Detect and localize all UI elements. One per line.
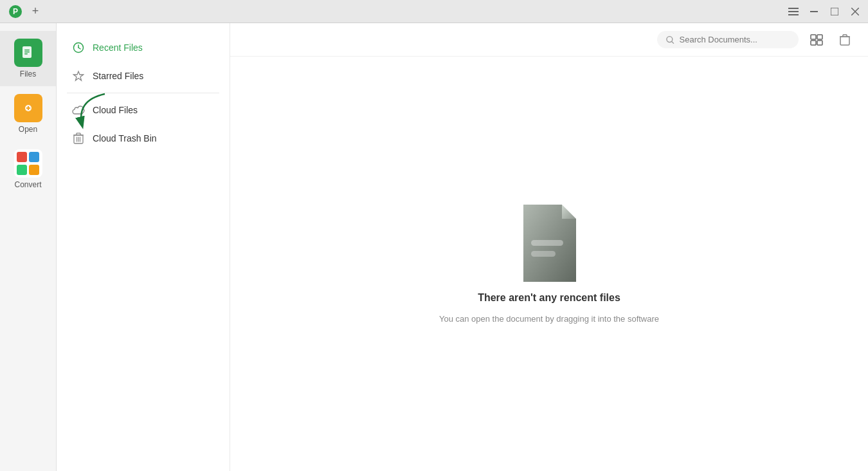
nav-item-starred[interactable]: Starred Files: [57, 62, 230, 90]
cloud-icon: [72, 104, 85, 116]
svg-rect-34: [811, 41, 816, 45]
empty-subtitle: You can open the document by dragging it…: [439, 314, 659, 324]
nav-item-trash[interactable]: Cloud Trash Bin: [57, 124, 230, 152]
sidebar-item-open[interactable]: Open: [0, 86, 56, 142]
sq-green: [17, 165, 27, 175]
trash-icon: [72, 132, 85, 145]
svg-rect-11: [24, 51, 30, 53]
svg-rect-33: [817, 35, 822, 39]
nav-sidebar: Recent Files Starred Files Cloud Files: [57, 23, 230, 471]
empty-title: There aren't any rencent files: [478, 292, 620, 304]
svg-rect-5: [810, 11, 818, 12]
svg-line-31: [672, 41, 674, 43]
svg-rect-6: [831, 8, 838, 15]
minimize-button[interactable]: [809, 6, 819, 17]
icon-sidebar: Files Open: [0, 23, 57, 471]
cloud-files-label: Cloud Files: [93, 105, 138, 115]
clock-icon: [72, 41, 85, 54]
new-tab-button[interactable]: +: [28, 5, 42, 19]
svg-rect-32: [811, 35, 816, 39]
starred-files-label: Starred Files: [93, 71, 143, 81]
recent-files-label: Recent Files: [93, 42, 143, 53]
sidebar-item-files[interactable]: Files: [0, 31, 56, 86]
svg-rect-36: [840, 37, 849, 45]
sidebar-item-convert[interactable]: Convert: [0, 142, 56, 197]
nav-item-recent[interactable]: Recent Files: [57, 33, 230, 62]
window-controls: [788, 6, 860, 17]
cloud-trash-label: Cloud Trash Bin: [93, 133, 157, 143]
sq-yellow: [29, 165, 39, 175]
svg-rect-3: [788, 11, 799, 12]
svg-line-20: [78, 48, 80, 49]
convert-squares: [17, 152, 40, 175]
close-button[interactable]: [850, 6, 860, 17]
star-icon: [72, 69, 85, 82]
file-illustration: [517, 205, 581, 282]
main-content: There aren't any rencent files You can o…: [230, 23, 868, 471]
empty-state: There aren't any rencent files You can o…: [230, 57, 868, 471]
titlebar-left: P +: [8, 4, 42, 19]
open-icon-box: [14, 94, 42, 122]
main-toolbar: [230, 23, 868, 57]
svg-rect-12: [24, 53, 28, 55]
svg-rect-42: [531, 251, 556, 257]
files-label: Files: [20, 69, 36, 78]
nav-item-cloud[interactable]: Cloud Files: [57, 96, 230, 124]
svg-rect-35: [817, 41, 822, 45]
svg-rect-2: [788, 8, 799, 9]
svg-rect-41: [531, 240, 563, 246]
app-body: Files Open: [0, 23, 868, 471]
grid-view-button[interactable]: [806, 30, 827, 50]
titlebar: P +: [0, 0, 868, 23]
menu-icon[interactable]: [788, 6, 799, 17]
nav-divider: [67, 93, 219, 93]
maximize-button[interactable]: [829, 6, 840, 17]
open-label: Open: [19, 125, 37, 134]
convert-label: Convert: [14, 180, 41, 189]
convert-icon-box: [14, 149, 42, 178]
search-icon: [666, 35, 674, 44]
svg-marker-21: [74, 71, 84, 80]
delete-button[interactable]: [835, 30, 855, 50]
search-input[interactable]: [680, 35, 790, 44]
search-box[interactable]: [657, 31, 799, 48]
sq-red: [17, 152, 27, 162]
app-logo: P: [8, 4, 23, 19]
sq-blue: [29, 152, 39, 162]
svg-text:P: P: [13, 7, 18, 16]
svg-rect-4: [788, 14, 799, 15]
files-icon-box: [14, 39, 42, 67]
svg-rect-10: [24, 50, 30, 51]
